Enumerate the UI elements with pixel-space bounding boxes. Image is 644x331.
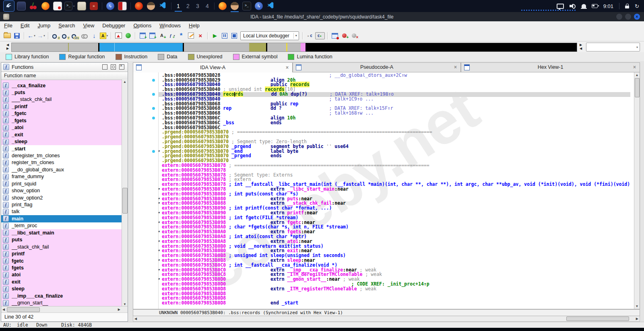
stop-debugger-button[interactable] [230, 31, 239, 40]
nav-forward-button[interactable]: →▾ [37, 31, 45, 40]
function-row[interactable]: fatoi [1, 271, 122, 278]
blue-app-window-icon[interactable]: ϟ [254, 1, 264, 11]
function-row[interactable]: f_atoi [1, 124, 122, 131]
logout-icon[interactable]: ↻ [635, 3, 639, 9]
vscode-icon[interactable] [158, 1, 168, 11]
undefine-button[interactable]: × [196, 31, 205, 40]
tab-close-icon[interactable]: × [454, 64, 460, 70]
disasm-line[interactable]: extern:000056079853B0D8 extrn _ITM_regis… [159, 287, 630, 292]
collapse-arrow-icon[interactable]: ▼ [159, 187, 160, 192]
collapse-arrow-icon[interactable]: ▼ [159, 239, 160, 244]
jump-down-button[interactable]: ↓ [90, 31, 99, 40]
function-row[interactable]: f_exit [1, 131, 122, 138]
collapse-arrow-icon[interactable]: ▼ [159, 211, 160, 216]
search-binary-button[interactable]: 101 [70, 31, 79, 40]
menu-search[interactable]: Search [54, 21, 79, 30]
function-row[interactable]: fexit [1, 278, 122, 285]
vscode-window-icon[interactable] [266, 1, 276, 11]
function-row[interactable]: f__imp___cxa_finalize [1, 292, 122, 299]
function-row[interactable]: f_fgets [1, 117, 122, 124]
bolt-orb-icon[interactable]: ϟ [105, 1, 116, 11]
disasm-line[interactable]: .prgend:000056079853B070 ; =============… [159, 130, 630, 135]
functions-vertical-scrollbar[interactable]: ▲▼ [122, 79, 128, 307]
battery-icon[interactable] [592, 4, 598, 8]
lock-icon[interactable] [625, 6, 629, 8]
document-viewer-icon[interactable] [52, 1, 63, 11]
menu-jump[interactable]: Jump [33, 21, 54, 30]
cherry-app-icon[interactable] [28, 1, 39, 11]
menu-options[interactable]: Options [129, 21, 155, 30]
function-row[interactable]: f_fgetc [1, 110, 122, 117]
create-function-button[interactable]: f+▾ [167, 31, 176, 40]
collapse-arrow-icon[interactable]: ▼ [159, 258, 160, 263]
attach-to-process-button[interactable]: ▸c [305, 33, 314, 39]
tab-pseudocode-a[interactable]: Pseudocode-A× [293, 62, 461, 72]
navband-scroll-left[interactable]: ◀▶ [5, 43, 10, 51]
firefox-window-icon[interactable] [217, 1, 228, 11]
function-row[interactable]: fprintf [1, 250, 122, 257]
file-manager-icon[interactable] [76, 1, 87, 11]
function-name-column-header[interactable]: Function name [1, 72, 128, 80]
collapse-arrow-icon[interactable]: ▼ [159, 277, 160, 282]
collapse-arrow-icon[interactable]: ▼ [159, 268, 160, 273]
function-row[interactable]: fprint_squid [1, 180, 122, 187]
disasm-line[interactable]: extern:000056079853B0D8 end _start [159, 301, 630, 306]
disasm-line[interactable]: .prgend:000056079853B070 _prgend ends [159, 154, 630, 158]
function-row-selected[interactable]: fmain [1, 215, 122, 222]
user-face-icon[interactable] [146, 1, 156, 11]
chevron-down-icon[interactable]: ˅ [73, 4, 75, 8]
tab-close-icon[interactable]: × [286, 65, 292, 70]
collapse-arrow-icon[interactable]: ▼ [159, 249, 160, 253]
clock[interactable]: 9:01 [603, 3, 613, 9]
notifications-icon[interactable] [582, 4, 586, 8]
function-row[interactable]: f_printf [1, 103, 122, 110]
volume-icon[interactable] [570, 3, 576, 9]
menu-file[interactable]: File [0, 21, 17, 30]
delete-breakpoint-button[interactable]: × [350, 31, 359, 40]
red-white-app-icon[interactable] [117, 1, 128, 11]
function-row[interactable]: f__cxa_finalize [1, 82, 122, 89]
function-row[interactable]: fregister_tm_clones [1, 159, 122, 166]
disasm-line[interactable]: .bss:000056079853B06C _bss ends [159, 121, 630, 125]
debugger-select[interactable]: Local Linux debugger▾ [240, 31, 299, 40]
menu-help[interactable]: Help [185, 21, 204, 30]
collapse-arrow-icon[interactable]: ▼ [159, 230, 160, 234]
firefox-icon[interactable] [40, 1, 51, 11]
menu-debugger[interactable]: Debugger [98, 21, 129, 30]
menu-view[interactable]: View [79, 21, 98, 30]
function-row[interactable]: fputs [1, 236, 122, 243]
kali-menu-icon[interactable] [3, 0, 14, 12]
collapse-arrow-icon[interactable]: ▼ [159, 220, 160, 225]
workspace-1[interactable]: 1 [173, 1, 183, 11]
create-name-button[interactable]: A+ [157, 31, 166, 40]
breakpoint-list-button[interactable] [330, 31, 339, 40]
collapse-arrow-icon[interactable]: ▼ [159, 201, 160, 206]
lumina-button[interactable] [124, 31, 132, 40]
function-row[interactable]: fshow_option [1, 187, 122, 194]
disasm-horizontal-scrollbar[interactable]: ◀▶ [133, 316, 640, 322]
function-row[interactable]: f__gmon_start__ [1, 299, 122, 306]
disasm-line[interactable]: extern:000056079853B078 ; ==============… [159, 163, 630, 168]
workspace-3[interactable]: 3 [193, 1, 202, 11]
tab-ida-view-a[interactable]: IDA View-A× [133, 62, 293, 72]
edit-item-button[interactable] [186, 31, 195, 40]
save-database-button[interactable] [12, 31, 21, 40]
create-data-button[interactable]: + [148, 31, 157, 40]
app-window-icon[interactable] [16, 1, 27, 11]
window-titlebar[interactable]: IDA - task4_file /media/sf_share/_codeby… [0, 12, 644, 21]
functions-panel-header[interactable]: f Functions [1, 63, 128, 72]
navigation-band[interactable] [11, 43, 577, 52]
function-row[interactable]: fshow_option2 [1, 194, 122, 201]
panel-close-icon[interactable] [119, 64, 124, 70]
function-row[interactable]: f__stack_chk_fail [1, 243, 122, 250]
functions-horizontal-scrollbar[interactable]: ◀▶ [1, 306, 128, 312]
nav-back-button[interactable]: ←▾ [27, 31, 36, 40]
tab-hex-view-1[interactable]: Hex View-1× [461, 62, 640, 72]
function-row[interactable]: f_puts [1, 89, 122, 96]
workspace-2[interactable]: 2 [183, 1, 193, 11]
function-row[interactable]: f__libc_start_main [1, 229, 122, 236]
function-row[interactable]: fsleep [1, 286, 122, 292]
collapse-arrow-icon[interactable]: ▼ [159, 197, 160, 201]
tab-close-icon[interactable]: × [633, 64, 640, 70]
swirl-app-icon[interactable] [134, 1, 144, 11]
